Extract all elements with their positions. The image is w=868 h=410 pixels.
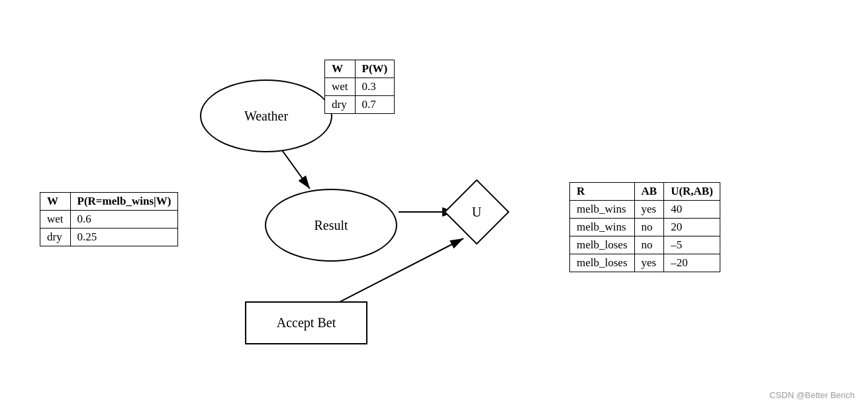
weather-table-col-w: W — [325, 60, 356, 78]
watermark: CSDN @Better Bench — [769, 390, 855, 400]
result-label: Result — [314, 218, 348, 233]
wt-row1-col1: wet — [325, 78, 356, 96]
weather-prob-table: W P(W) wet 0.3 dry 0.7 — [324, 60, 395, 114]
wt-row2-col1: dry — [325, 96, 356, 114]
accept-bet-label: Accept Bet — [277, 315, 336, 331]
table-row: melb_wins yes 40 — [570, 201, 720, 219]
ut-r1c2: yes — [634, 201, 664, 219]
ut-r3c3: –5 — [664, 236, 720, 254]
ut-col-ab: AB — [634, 183, 664, 201]
diagram-container: Weather Result U Accept Bet W P(W) wet 0… — [0, 0, 868, 410]
table-row: melb_loses yes –20 — [570, 254, 720, 272]
table-row: wet 0.3 — [325, 78, 395, 96]
ut-col-r: R — [570, 183, 635, 201]
ut-r3c1: melb_loses — [570, 236, 635, 254]
rt-row1-col1: wet — [40, 211, 71, 229]
ut-r1c3: 40 — [664, 201, 720, 219]
result-node: Result — [265, 189, 397, 262]
utility-table: R AB U(R,AB) melb_wins yes 40 melb_wins … — [569, 182, 720, 272]
ut-r4c3: –20 — [664, 254, 720, 272]
ut-r2c2: no — [634, 219, 664, 236]
rt-row1-col2: 0.6 — [70, 211, 178, 229]
rt-col-w: W — [40, 193, 71, 211]
ut-r1c1: melb_wins — [570, 201, 635, 219]
ut-col-u: U(R,AB) — [664, 183, 720, 201]
ut-r4c2: yes — [634, 254, 664, 272]
rt-col-pr: P(R=melb_wins|W) — [70, 193, 178, 211]
weather-label: Weather — [244, 109, 288, 124]
wt-row1-col2: 0.3 — [355, 78, 395, 96]
utility-diamond-wrapper: U — [454, 189, 500, 235]
result-prob-table: W P(R=melb_wins|W) wet 0.6 dry 0.25 — [40, 192, 178, 246]
ut-r3c2: no — [634, 236, 664, 254]
ut-r4c1: melb_loses — [570, 254, 635, 272]
table-row: dry 0.25 — [40, 229, 178, 246]
ut-r2c3: 20 — [664, 219, 720, 236]
accept-bet-node: Accept Bet — [245, 301, 367, 344]
rt-row2-col1: dry — [40, 229, 71, 246]
table-row: melb_loses no –5 — [570, 236, 720, 254]
ut-r2c1: melb_wins — [570, 219, 635, 236]
table-row: melb_wins no 20 — [570, 219, 720, 236]
utility-label: U — [454, 189, 500, 235]
weather-node: Weather — [200, 79, 332, 152]
table-row: wet 0.6 — [40, 211, 178, 229]
table-row: dry 0.7 — [325, 96, 395, 114]
rt-row2-col2: 0.25 — [70, 229, 178, 246]
wt-row2-col2: 0.7 — [355, 96, 395, 114]
weather-table-col-pw: P(W) — [355, 60, 395, 78]
